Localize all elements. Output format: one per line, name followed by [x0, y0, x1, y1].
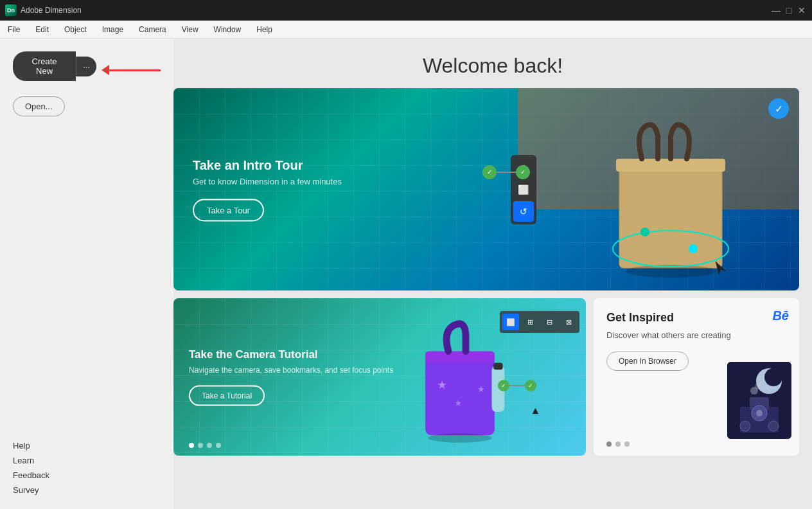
carousel-dot-4[interactable] — [216, 443, 221, 448]
svg-point-23 — [768, 421, 779, 431]
app-title: Adobe Dimension — [21, 6, 82, 15]
inspired-carousel-dots — [606, 442, 630, 447]
sidebar-bottom: Help Learn Feedback Survey — [13, 440, 161, 496]
svg-point-25 — [755, 383, 761, 389]
cam-step-line — [509, 385, 525, 386]
sidebar-link-survey[interactable]: Survey — [13, 484, 161, 496]
camera-title: Take the Camera Tutorial — [189, 348, 393, 361]
cam-step-1: ✓ — [498, 380, 509, 391]
title-bar: Dn Adobe Dimension — □ ✕ — [0, 0, 812, 21]
inspired-title: Get Inspired — [606, 311, 786, 325]
svg-point-4 — [640, 228, 649, 237]
menu-file[interactable]: File — [5, 24, 22, 35]
hero-card: ✓ Take an Intro Tour Get to know Dimensi… — [173, 88, 799, 290]
carousel-dot-2[interactable] — [198, 443, 203, 448]
take-tutorial-button[interactable]: Take a Tutorial — [189, 386, 265, 406]
inspired-description: Discover what others are creating — [606, 330, 786, 341]
create-new-button[interactable]: Create New — [13, 51, 76, 81]
menu-help[interactable]: Help — [254, 24, 275, 35]
hero-description: Get to know Dimension in a few minutes — [193, 176, 342, 186]
main-layout: Create New ··· Open... Help Learn Feedba… — [0, 39, 812, 509]
arrow-shaft — [109, 69, 161, 71]
menu-object[interactable]: Object — [62, 24, 89, 35]
svg-rect-7 — [425, 354, 495, 435]
open-button[interactable]: Open... — [13, 96, 65, 116]
menu-view[interactable]: View — [179, 24, 201, 35]
svg-rect-8 — [425, 351, 495, 362]
svg-point-26 — [760, 380, 765, 385]
arrow-head — [102, 65, 109, 75]
camera-cursor-icon: ▲ — [531, 405, 541, 416]
svg-rect-0 — [619, 165, 722, 268]
bag-area — [581, 101, 761, 278]
carousel-dots — [189, 443, 221, 448]
app-icon: Dn — [5, 4, 17, 16]
svg-point-5 — [689, 244, 698, 253]
red-arrow — [102, 65, 161, 75]
svg-point-14 — [428, 433, 492, 442]
camera-tool-bar: ⬜ ⊞ ⊟ ⊠ — [500, 311, 579, 333]
hero-title: Take an Intro Tour — [193, 157, 342, 172]
menu-bar: File Edit Object Image Camera View Windo… — [0, 21, 812, 39]
close-button[interactable]: ✕ — [797, 5, 807, 15]
carousel-dot-1[interactable] — [189, 443, 194, 448]
camera-card-content: Take the Camera Tutorial Navigate the ca… — [189, 348, 393, 406]
box-tool-button[interactable]: ⬜ — [513, 179, 534, 200]
cam-tool-4[interactable]: ⊠ — [560, 314, 577, 330]
menu-camera[interactable]: Camera — [136, 24, 169, 35]
behance-logo: Bē — [772, 308, 789, 323]
svg-text:★: ★ — [437, 379, 447, 391]
cam-tool-1[interactable]: ⬜ — [502, 314, 519, 330]
minimize-button[interactable]: — — [771, 5, 781, 15]
step-1: ✓ — [482, 165, 497, 179]
svg-text:★: ★ — [477, 384, 485, 393]
inspired-image — [727, 362, 791, 439]
svg-text:★: ★ — [454, 398, 463, 408]
bottom-row: ⬜ ⊞ ⊟ ⊠ ✓ ✓ ▲ — [173, 298, 799, 456]
step-line-1 — [497, 172, 516, 173]
camera-card: ⬜ ⊞ ⊟ ⊠ ✓ ✓ ▲ — [173, 298, 586, 456]
sidebar-link-learn[interactable]: Learn — [13, 454, 161, 467]
open-in-browser-button[interactable]: Open In Browser — [606, 352, 689, 371]
sidebar-link-feedback[interactable]: Feedback — [13, 469, 161, 481]
camera-description: Navigate the camera, save bookmarks, and… — [189, 364, 393, 375]
svg-point-17 — [764, 368, 782, 386]
create-new-more-button[interactable]: ··· — [76, 57, 96, 76]
cam-step-2: ✓ — [525, 380, 536, 391]
inspired-card: Bē Get Inspired Discover what others are… — [594, 298, 799, 456]
svg-point-21 — [756, 410, 763, 416]
sidebar: Create New ··· Open... Help Learn Feedba… — [0, 39, 173, 509]
sidebar-top: Create New ··· Open... — [13, 51, 161, 116]
sidebar-link-help[interactable]: Help — [13, 440, 161, 452]
rotate-tool-button[interactable]: ↺ — [513, 201, 534, 222]
svg-rect-13 — [493, 362, 502, 370]
cam-tool-3[interactable]: ⊟ — [541, 314, 558, 330]
svg-point-22 — [740, 421, 750, 431]
cam-tool-2[interactable]: ⊞ — [522, 314, 538, 330]
title-bar-left: Dn Adobe Dimension — [5, 4, 82, 16]
carousel-dot-3[interactable] — [207, 443, 212, 448]
cards-container: ✓ Take an Intro Tour Get to know Dimensi… — [173, 88, 812, 509]
take-tour-button[interactable]: Take a Tour — [193, 199, 264, 221]
welcome-title: Welcome back! — [173, 39, 812, 88]
inspired-dot-3[interactable] — [624, 442, 630, 447]
content-area: Welcome back! ✓ Take an Intro Tour Get t… — [173, 39, 812, 509]
window-controls: — □ ✕ — [771, 5, 807, 15]
progress-steps: ✓ ✓ — [482, 165, 530, 179]
inspired-dot-2[interactable] — [615, 442, 621, 447]
hero-card-content: Take an Intro Tour Get to know Dimension… — [193, 157, 342, 221]
menu-image[interactable]: Image — [100, 24, 126, 35]
maximize-button[interactable]: □ — [784, 5, 794, 15]
inspired-dot-1[interactable] — [606, 442, 612, 447]
step-2: ✓ — [516, 165, 530, 179]
check-bubble: ✓ — [768, 98, 789, 119]
menu-window[interactable]: Window — [211, 24, 244, 35]
menu-edit[interactable]: Edit — [33, 24, 51, 35]
create-new-group: Create New ··· — [13, 51, 96, 81]
